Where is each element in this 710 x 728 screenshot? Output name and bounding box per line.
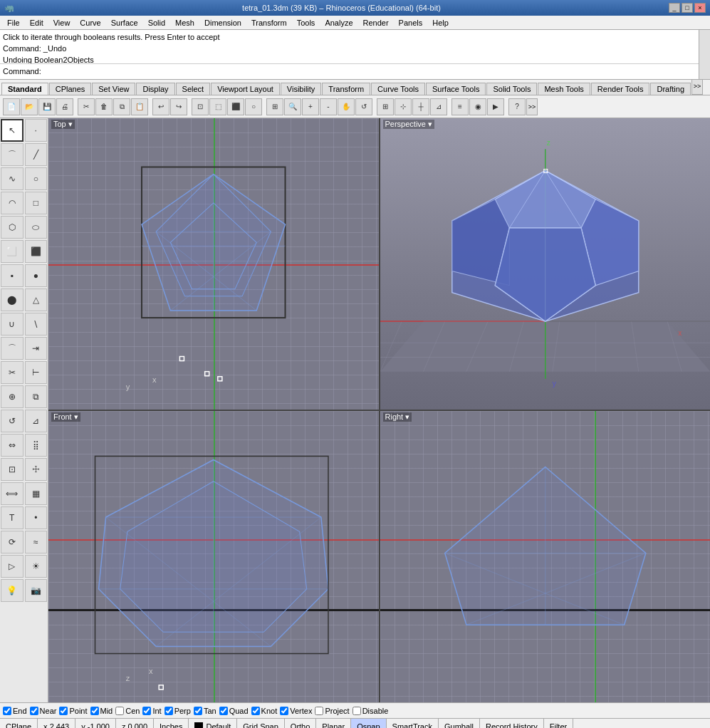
dim-tool[interactable]: ⟺ [1, 482, 24, 505]
viewport-front-label[interactable]: Front ▾ [51, 412, 80, 422]
tab-select[interactable]: Select [176, 83, 211, 95]
maximize-button[interactable]: □ [682, 3, 693, 13]
snap-tool[interactable]: ⊡ [1, 458, 24, 481]
line-tool[interactable]: ╱ [25, 143, 48, 166]
osnap-toggle[interactable]: ⊿ [430, 98, 447, 115]
split-tool[interactable]: ⊢ [25, 361, 48, 384]
dot-tool[interactable]: • [25, 506, 48, 529]
menu-help[interactable]: Help [428, 18, 453, 28]
menu-surface[interactable]: Surface [107, 18, 142, 28]
menu-tools[interactable]: Tools [293, 18, 320, 28]
command-input[interactable] [44, 67, 696, 76]
history-tool[interactable]: ⟳ [1, 531, 24, 553]
snap-knot[interactable]: Knot [251, 707, 278, 715]
tab-display[interactable]: Display [136, 83, 174, 95]
extrude-tool[interactable]: ⬛ [25, 240, 48, 263]
array-tool[interactable]: ⣿ [25, 434, 48, 457]
text-tool[interactable]: T [1, 506, 24, 529]
viewport-right-label[interactable]: Right ▾ [383, 412, 412, 422]
solid-box-tool[interactable]: ▪ [1, 264, 24, 287]
snap-project[interactable]: Project [315, 707, 349, 715]
menu-file[interactable]: File [3, 18, 24, 28]
material-btn[interactable]: ◉ [469, 98, 486, 115]
circle-tool[interactable]: ○ [25, 167, 48, 190]
snap-quad[interactable]: Quad [219, 707, 249, 715]
rect-tool[interactable]: □ [25, 192, 48, 214]
menu-view[interactable]: View [49, 18, 75, 28]
boolean-diff[interactable]: ∖ [25, 313, 48, 336]
undo-button[interactable]: ↩ [152, 98, 169, 115]
viewport-top-dropdown-icon[interactable]: ▾ [68, 120, 73, 128]
delete-button[interactable]: 🗑 [95, 98, 113, 115]
menu-analyze[interactable]: Analyze [320, 18, 357, 28]
point-tool[interactable]: · [25, 119, 47, 142]
record-history-button[interactable]: Record History [480, 719, 544, 728]
tab-setview[interactable]: Set View [92, 83, 135, 95]
save-button[interactable]: 💾 [38, 98, 56, 115]
close-button[interactable]: × [694, 3, 706, 13]
cone-tool[interactable]: △ [25, 288, 48, 311]
minimize-button[interactable]: _ [669, 3, 680, 13]
viewport-perspective-label[interactable]: Perspective ▾ [383, 120, 435, 129]
pan[interactable]: ✋ [338, 98, 355, 115]
cylinder-tool[interactable]: ⬤ [1, 288, 24, 311]
tab-viewport-layout[interactable]: Viewport Layout [211, 83, 280, 95]
select-all[interactable]: ⊡ [192, 98, 209, 115]
zoom-window[interactable]: 🔍 [284, 98, 301, 115]
tab-cplanes[interactable]: CPlanes [49, 83, 92, 95]
new-button[interactable]: 📄 [3, 98, 20, 115]
snap-tan[interactable]: Tan [194, 707, 216, 715]
tab-solid-tools[interactable]: Solid Tools [486, 83, 537, 95]
menu-render[interactable]: Render [359, 18, 393, 28]
viewport-top[interactable]: y x Top ▾ [48, 118, 379, 410]
scale-tool[interactable]: ⊿ [25, 410, 48, 432]
filter-button[interactable]: Filter [544, 719, 573, 728]
menu-curve[interactable]: Curve [75, 18, 105, 28]
select-tool[interactable]: ↖ [1, 119, 24, 142]
ortho-button[interactable]: Ortho [285, 719, 317, 728]
tab-surface-tools[interactable]: Surface Tools [426, 83, 486, 95]
camera-tool[interactable]: 📷 [25, 579, 48, 602]
viewport-perspective[interactable]: x z y [380, 118, 711, 410]
zoom-out[interactable]: - [320, 98, 337, 115]
layer-indicator[interactable]: Default [189, 719, 237, 728]
arc-tool[interactable]: ◠ [1, 192, 24, 214]
light-tool[interactable]: 💡 [1, 579, 24, 602]
snap-int[interactable]: Int [142, 707, 161, 715]
mirror-tool[interactable]: ⇔ [1, 434, 24, 457]
snap-disable[interactable]: Disable [353, 707, 389, 715]
hatch-tool[interactable]: ▦ [25, 482, 48, 505]
analyze-tool[interactable]: ≈ [25, 531, 48, 553]
snap-cen[interactable]: Cen [115, 707, 140, 715]
menu-transform[interactable]: Transform [247, 18, 291, 28]
ortho-toggle[interactable]: ┼ [412, 98, 429, 115]
deselect[interactable]: ○ [245, 98, 262, 115]
ellipse-tool[interactable]: ⬭ [25, 216, 48, 239]
command-prompt[interactable]: Command: [0, 63, 699, 78]
menu-solid[interactable]: Solid [144, 18, 169, 28]
snap-mid[interactable]: Mid [90, 707, 113, 715]
osnap-button[interactable]: Osnap [351, 719, 386, 728]
smarttrack-button[interactable]: SmartTrack [387, 719, 439, 728]
command-scrollbar[interactable] [699, 30, 710, 79]
toolbar-tabs-more[interactable]: >> [691, 78, 703, 95]
rotate-tool[interactable]: ↺ [1, 410, 24, 432]
grid-snap-button[interactable]: Grid Snap [237, 719, 285, 728]
zoom-in[interactable]: + [302, 98, 319, 115]
grid-toggle[interactable]: ⊞ [377, 98, 394, 115]
viewport-right[interactable]: z y Right ▾ [380, 411, 711, 702]
snap-toggle[interactable]: ⊹ [395, 98, 412, 115]
redo-button[interactable]: ↪ [170, 98, 187, 115]
print-button[interactable]: 🖨 [56, 98, 73, 115]
select-crossing[interactable]: ⬛ [227, 98, 244, 115]
curve-tool[interactable]: ∿ [1, 167, 24, 190]
viewport-perspective-dropdown-icon[interactable]: ▾ [428, 120, 432, 128]
gumball-button[interactable]: Gumball [439, 719, 480, 728]
menu-dimension[interactable]: Dimension [200, 18, 246, 28]
layer-btn[interactable]: ≡ [451, 98, 469, 115]
viewport-top-label[interactable]: Top ▾ [51, 120, 75, 129]
tab-visibility[interactable]: Visibility [281, 83, 322, 95]
tab-transform[interactable]: Transform [322, 83, 370, 95]
snap-end[interactable]: End [3, 707, 27, 715]
move-tool[interactable]: ⊕ [1, 385, 24, 408]
